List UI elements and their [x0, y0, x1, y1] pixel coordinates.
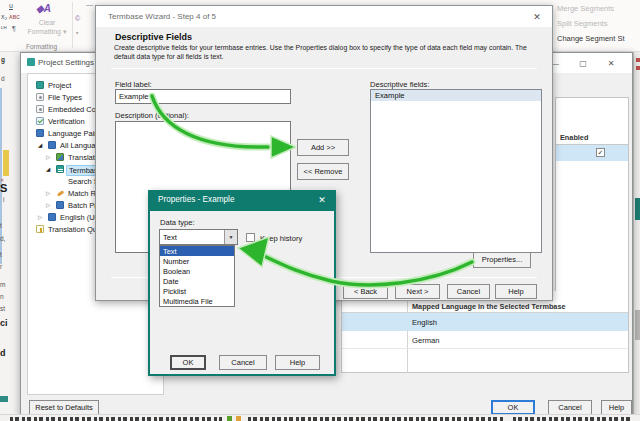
match-repair-icon	[56, 189, 64, 197]
pilcrow-icon[interactable]: ¶	[12, 25, 16, 32]
bg-text-fragment: i	[3, 196, 4, 203]
clear-formatting-button[interactable]: ◆A Clear Formatting ▾	[24, 2, 70, 42]
bg-text-fragment: d	[0, 348, 6, 358]
data-type-combobox[interactable]: Text ▼	[159, 229, 238, 245]
ribbon-divider	[72, 2, 73, 48]
termbase-row[interactable]: ✓	[556, 145, 628, 161]
dropdown-option[interactable]: Text	[160, 246, 234, 256]
mapped-language-table: Mapped Language in the Selected Termbase…	[341, 291, 629, 373]
help-button[interactable]: Help	[601, 400, 632, 415]
bg-text-fragment: g	[1, 56, 5, 63]
keep-history-checkbox[interactable]	[246, 233, 255, 242]
mapped-language-header: Mapped Language in the Selected Termbase	[412, 302, 566, 311]
dash-icon: —	[86, 1, 93, 8]
teal-mark	[635, 198, 640, 220]
red-mark	[636, 66, 640, 70]
close-icon[interactable]: ✕	[528, 10, 546, 24]
strikethrough-icon[interactable]: ᴀʙᴄ	[9, 13, 20, 20]
maximize-button[interactable]: ▢	[572, 56, 594, 71]
expander-icon[interactable]: ◢	[38, 142, 42, 148]
chevron-down-icon[interactable]: ▼	[224, 230, 237, 244]
teal-fragment	[0, 396, 8, 402]
field-label: Field label:	[115, 80, 152, 89]
cancel-button[interactable]: Cancel	[219, 355, 267, 370]
termbases-icon	[56, 165, 64, 173]
wizard-titlebar: Termbase Wizard - Step 4 of 5 ✕	[96, 6, 552, 27]
expander-icon[interactable]: ◢	[46, 166, 50, 172]
subscript-icon[interactable]: x₂	[1, 13, 7, 20]
keep-history-label: Keep history	[260, 234, 302, 243]
left-edge-strip: g d ✕ S i t d, t r m n st ci d	[0, 52, 20, 414]
status-text-fragment	[513, 417, 633, 421]
status-bar-strip	[0, 414, 640, 421]
menu-item-merge-segments[interactable]: ⧉ Merge Segments	[544, 3, 640, 15]
dropdown-option[interactable]: Date	[160, 276, 234, 286]
enabled-column-header[interactable]: Enabled	[556, 130, 628, 145]
change-segment-label: Change Segment St	[557, 34, 625, 43]
translation-quality-icon	[36, 225, 44, 233]
divider	[111, 68, 537, 69]
dropdown-option[interactable]: Multimedia File	[160, 296, 234, 306]
cancel-button[interactable]: Cancel	[548, 400, 592, 415]
bg-text-fragment: m	[0, 281, 5, 288]
yellow-marker-strip	[3, 150, 9, 176]
quote-icon[interactable]: „	[76, 27, 78, 34]
bg-text-fragment: ci	[0, 318, 8, 328]
clear-formatting-icon: ◆A	[36, 3, 51, 14]
dropdown-option[interactable]: Picklist	[160, 286, 234, 296]
wizard-heading: Descriptive Fields	[115, 32, 192, 42]
ok-button[interactable]: OK	[491, 400, 535, 415]
reset-to-defaults-button[interactable]: Reset to Defaults	[29, 400, 99, 415]
dropdown-option[interactable]: Number	[160, 256, 234, 266]
remove-button[interactable]: << Remove	[297, 163, 349, 180]
bg-text-fragment: S	[0, 182, 7, 194]
table-row[interactable]: English	[342, 313, 628, 331]
combobox-value: Text	[163, 233, 177, 242]
back-button[interactable]: < Back	[343, 284, 388, 299]
close-icon[interactable]: ✕	[314, 193, 330, 207]
lh-tag-icon[interactable]: ᴸᴴ	[1, 25, 6, 32]
bg-text-fragment: r	[0, 263, 2, 270]
wizard-description: Create descriptive fields for your termb…	[114, 43, 544, 61]
ok-button[interactable]: OK	[170, 355, 206, 370]
enabled-checkbox[interactable]: ✓	[596, 148, 605, 157]
field-label-value: Example	[119, 92, 149, 101]
expander-icon[interactable]: ▷	[46, 190, 50, 196]
clear-formatting-label-2: Formatting ▾	[24, 28, 70, 36]
green-status-dot	[227, 416, 232, 421]
table-row[interactable]: German	[342, 331, 628, 349]
project-icon	[36, 81, 44, 89]
cancel-button[interactable]: Cancel	[447, 284, 490, 299]
orange-status-dot	[236, 416, 241, 421]
data-type-label: Data type:	[160, 218, 195, 227]
add-button[interactable]: Add >>	[297, 139, 349, 156]
wizard-title: Termbase Wizard - Step 4 of 5	[108, 12, 216, 21]
translation-memory-icon	[56, 153, 64, 161]
next-button[interactable]: Next >	[395, 284, 440, 299]
descriptive-fields-listbox[interactable]: Example	[370, 89, 542, 253]
field-label-input[interactable]: Example	[115, 89, 291, 104]
menu-item-split-segments[interactable]: ⧈ Split Segments	[544, 18, 640, 30]
properties-titlebar: Properties - Example ✕	[148, 190, 336, 211]
english-language-icon	[48, 213, 56, 221]
underline-icon[interactable]: u	[9, 2, 13, 9]
merge-segments-label: Merge Segments	[557, 4, 614, 13]
red-mark	[636, 58, 640, 62]
expander-icon[interactable]: ▷	[46, 154, 50, 160]
gray-mark	[635, 310, 640, 340]
expander-icon[interactable]: ▷	[46, 202, 50, 208]
properties-dialog: Properties - Example ✕ Data type: Text ▼…	[148, 190, 336, 376]
batch-processing-icon	[56, 201, 64, 209]
list-item[interactable]: Example	[371, 90, 541, 101]
dropdown-option[interactable]: Boolean	[160, 266, 234, 276]
descriptive-fields-label: Descriptive fields:	[370, 80, 430, 89]
close-button[interactable]: ✕	[600, 56, 622, 71]
properties-title: Properties - Example	[158, 195, 234, 204]
help-button[interactable]: Help	[495, 284, 537, 299]
help-button[interactable]: Help	[275, 355, 320, 370]
bg-text-fragment: t	[0, 251, 2, 258]
copyright-icon[interactable]: ©	[75, 15, 80, 22]
menu-item-change-segment[interactable]: ▣ Change Segment St	[544, 33, 640, 45]
expander-icon[interactable]: ▷	[38, 214, 42, 220]
properties-button[interactable]: Properties...	[473, 252, 531, 268]
